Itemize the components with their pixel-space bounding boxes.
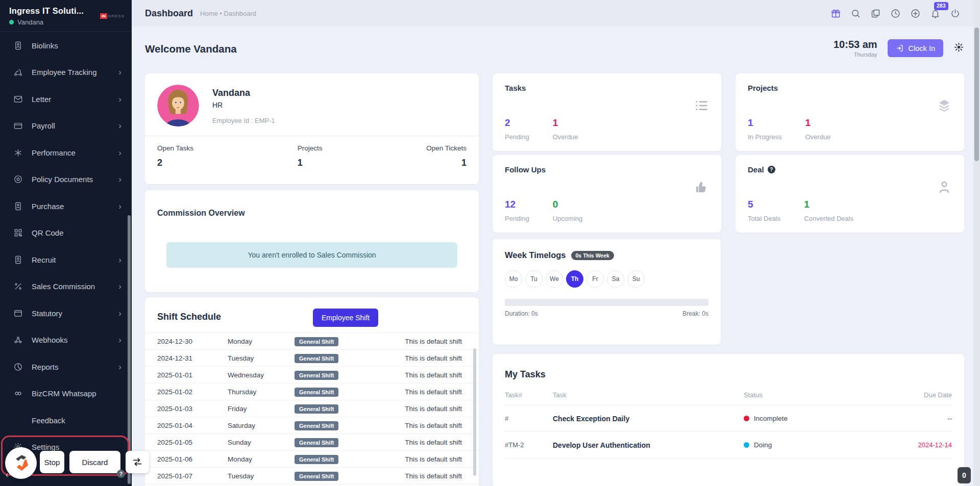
status-label: Incomplete: [754, 415, 788, 422]
page-scrollbar-thumb[interactable]: [974, 28, 979, 161]
dashboard-settings-gear-icon[interactable]: [953, 42, 964, 55]
shift-day: Monday: [228, 338, 295, 345]
chevron-right-icon: ›: [118, 309, 121, 318]
collapse-chevron-icon[interactable]: ‹: [6, 470, 8, 479]
sidebar-item-payroll[interactable]: Payroll ›: [0, 113, 132, 140]
sidebar-item-label: Payroll: [32, 121, 55, 130]
sidebar-item-purchase[interactable]: Purchase ›: [0, 193, 132, 220]
clock-in-button[interactable]: Clock In: [888, 39, 943, 57]
sidebar-item-label: Statutory: [32, 309, 62, 318]
scooter-icon: [12, 67, 23, 77]
shift-table-scrollbar[interactable]: [473, 348, 476, 476]
shift-row: 2024-12-31 Tuesday General Shift This is…: [145, 349, 479, 366]
welcome-title: Welcome Vandana: [145, 43, 237, 55]
envelope-icon: [12, 94, 23, 104]
sidebar-item-recruit[interactable]: Recruit ›: [0, 246, 132, 273]
sidebar-item-policy-documents[interactable]: Policy Documents ›: [0, 166, 132, 193]
timelog-progress-bar: [505, 299, 708, 306]
sidebar-item-label: QR Code: [32, 228, 64, 237]
day-su[interactable]: Su: [627, 270, 645, 288]
page-scrollbar-track[interactable]: [973, 0, 980, 486]
general-shift-badge: General Shift: [295, 371, 338, 380]
pie-chart-icon: [12, 362, 23, 372]
recorder-help-icon[interactable]: ?: [117, 470, 125, 478]
sidebar-item-label: Recruit: [32, 255, 56, 264]
chevron-right-icon: ›: [118, 202, 121, 211]
metric-value: 1: [804, 199, 853, 210]
stop-button[interactable]: Stop: [40, 451, 64, 473]
shift-badge-cell: General Shift: [295, 388, 381, 396]
general-shift-badge: General Shift: [295, 404, 338, 414]
shift-date: 2025-01-07: [157, 472, 228, 480]
timelog-meta: Duration: 0s Break: 0s: [505, 310, 708, 317]
projects-card: Projects 1 In Progress 1 Overdue: [736, 73, 964, 151]
shift-row: 2025-01-08 Wednesday General Shift This …: [145, 484, 479, 486]
profile-stats: Open Tasks 2 Projects 1 Open Tickets 1: [157, 136, 467, 168]
shift-day: Friday: [228, 405, 295, 413]
bell-icon[interactable]: 283: [929, 8, 941, 19]
breadcrumb: Home • Dashboard: [200, 10, 256, 17]
sidebar-item-feedback[interactable]: Feedback: [0, 407, 132, 434]
sidebar-item-biolinks[interactable]: Biolinks: [0, 32, 132, 59]
commission-alert: You aren't enrolled to Sales Commission: [166, 242, 457, 268]
shift-date: 2025-01-03: [157, 405, 228, 413]
my-tasks-card: My Tasks Task# Task Status Due Date #: [493, 354, 964, 486]
task-row[interactable]: # Check Exception Daily Incomplete --: [505, 405, 952, 432]
sidebar-header[interactable]: Ingress IT Soluti... Vandana IN GRESS: [0, 0, 132, 32]
stat-projects: Projects 1: [298, 144, 323, 168]
sidebar-item-reports[interactable]: Reports ›: [0, 353, 132, 380]
metric-value: 2: [505, 117, 529, 129]
dashboard-columns: Vandana HR Employee Id : EMP-1 Open Task…: [145, 73, 964, 486]
day-fr[interactable]: Fr: [586, 270, 604, 288]
gift-icon[interactable]: [830, 8, 841, 19]
power-icon[interactable]: [949, 8, 961, 19]
shift-table: 2024-12-30 Monday General Shift This is …: [145, 332, 479, 486]
task-row[interactable]: #TM-2 Develop User Authentication Doing …: [505, 432, 952, 458]
sparkle-icon: [12, 148, 23, 158]
stat-value: 1: [426, 158, 467, 168]
day-tu[interactable]: Tu: [525, 270, 543, 288]
day-we[interactable]: We: [546, 270, 563, 288]
recorder-logo-button[interactable]: [5, 447, 37, 479]
qr-code-icon: [12, 228, 23, 238]
discard-button[interactable]: Discard: [69, 451, 120, 473]
sidebar-item-label: Feedback: [32, 416, 65, 425]
notification-badge: 283: [934, 2, 948, 10]
day-mo[interactable]: Mo: [505, 270, 522, 288]
sidebar-item-employee-tracking[interactable]: Employee Tracking ›: [0, 59, 132, 86]
sidebar-item-letter[interactable]: Letter ›: [0, 86, 132, 113]
shift-title: Shift Schedule: [157, 312, 221, 322]
sidebar-item-sales-commission[interactable]: Sales Commission ›: [0, 273, 132, 300]
person-icon: [937, 180, 952, 197]
sidebar-item-label: Biolinks: [32, 41, 58, 50]
shift-date: 2024-12-31: [157, 354, 228, 362]
sidebar-item-label: Letter: [32, 95, 51, 104]
time-block: 10:53 am Thursday: [834, 39, 877, 58]
day-sa[interactable]: Sa: [607, 270, 624, 288]
search-icon[interactable]: [850, 8, 861, 19]
sidebar-item-statutory[interactable]: Statutory ›: [0, 300, 132, 327]
sidebar-scrollbar[interactable]: [128, 215, 131, 484]
clock-icon[interactable]: [890, 8, 901, 19]
plus-circle-icon[interactable]: [910, 8, 921, 19]
sidebar-item-bizcrm-whatsapp[interactable]: BizCRM Whatsapp: [0, 380, 132, 407]
layers-icon: [937, 98, 952, 115]
column-task-id: Task#: [505, 391, 553, 399]
shift-header: Shift Schedule: [145, 297, 479, 332]
sidebar-item-performance[interactable]: Performance ›: [0, 139, 132, 166]
shift-day: Tuesday: [228, 472, 295, 480]
shift-note: This is default shift: [405, 472, 462, 480]
swap-arrows-icon: [132, 456, 143, 468]
swap-button[interactable]: [126, 451, 149, 473]
day-th-selected[interactable]: Th: [566, 270, 583, 288]
sidebar-item-qr-code[interactable]: QR Code: [0, 220, 132, 247]
logo-gress-text: GRESS: [108, 14, 125, 18]
notes-icon[interactable]: [870, 8, 881, 19]
help-icon[interactable]: ?: [768, 166, 775, 173]
target-icon: [12, 174, 23, 184]
sidebar-item-webhooks[interactable]: Webhooks ›: [0, 327, 132, 354]
employee-shift-button[interactable]: Employee Shift: [313, 309, 378, 327]
task-id: #TM-2: [505, 441, 553, 449]
my-tasks-header-row: Task# Task Status Due Date: [505, 391, 952, 405]
stat-value: 1: [298, 158, 323, 168]
